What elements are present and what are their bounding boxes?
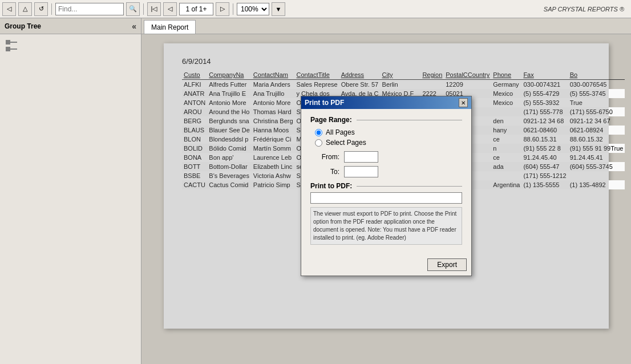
- export-button[interactable]: Export: [427, 258, 467, 271]
- sidebar-collapse-btn[interactable]: «: [132, 22, 136, 31]
- select-pages-radio[interactable]: [315, 139, 322, 147]
- to-row: To:: [319, 166, 462, 177]
- search-go-btn[interactable]: 🔍: [126, 2, 140, 16]
- nav-prev-btn[interactable]: ◁: [163, 2, 177, 16]
- toolbar-sep-1: [51, 3, 52, 15]
- content-area: Main Report 6/9/2014 Custo CompanyNa Con…: [141, 18, 631, 364]
- modal-title-bar: Print to PDF ✕: [301, 96, 471, 109]
- print-pdf-path-input[interactable]: [310, 192, 462, 204]
- tab-main-report[interactable]: Main Report: [144, 20, 196, 34]
- from-row: From:: [319, 151, 462, 163]
- modal-close-btn[interactable]: ✕: [459, 98, 468, 107]
- all-pages-label: All Pages: [326, 128, 355, 136]
- tab-bar: Main Report: [141, 18, 631, 34]
- report-page: 6/9/2014 Custo CompanyNa ContactNam Cont…: [164, 43, 609, 329]
- modal-footer: Export: [301, 256, 471, 276]
- toolbar-up-btn[interactable]: △: [18, 2, 32, 16]
- sidebar: Group Tree «: [0, 18, 141, 364]
- sidebar-title: Group Tree: [5, 22, 41, 30]
- zoom-select[interactable]: 100% 75% 50% 150%: [237, 3, 269, 15]
- toolbar: ◁ △ ↺ 🔍 |◁ ◁ 1 of 1+ ▷ 100% 75% 50% 150%…: [0, 0, 631, 18]
- report-area[interactable]: 6/9/2014 Custo CompanyNa ContactNam Cont…: [141, 34, 631, 364]
- page-range-label: Page Range:: [310, 116, 462, 124]
- print-pdf-label: Print to PDF:: [310, 182, 462, 190]
- to-label: To:: [319, 168, 339, 176]
- nav-next-btn[interactable]: ▷: [216, 2, 229, 16]
- radio-group: All Pages Select Pages: [315, 128, 462, 147]
- select-pages-row: Select Pages: [315, 139, 462, 147]
- toolbar-refresh-btn[interactable]: ↺: [34, 2, 48, 16]
- modal-title: Print to PDF: [305, 99, 344, 107]
- toolbar-back-btn[interactable]: ◁: [2, 2, 16, 16]
- modal-body: Page Range: All Pages Select Pages: [301, 109, 471, 256]
- modal-overlay: Print to PDF ✕ Page Range: All Pages: [164, 43, 609, 329]
- select-pages-label: Select Pages: [326, 139, 366, 147]
- nav-first-btn[interactable]: |◁: [147, 2, 161, 16]
- from-label: From:: [319, 153, 339, 161]
- all-pages-row: All Pages: [315, 128, 462, 136]
- page-info-input[interactable]: 1 of 1+: [179, 3, 213, 15]
- svg-rect-1: [6, 47, 10, 51]
- toolbar-sep-2: [143, 3, 144, 15]
- print-pdf-note: The viewer must export to PDF to print. …: [310, 207, 462, 245]
- search-input[interactable]: [55, 3, 124, 15]
- sidebar-header: Group Tree «: [0, 18, 141, 34]
- to-input[interactable]: [344, 166, 378, 177]
- print-pdf-section: Print to PDF:: [310, 182, 462, 207]
- all-pages-radio[interactable]: [315, 129, 322, 136]
- sidebar-icon: [2, 37, 21, 55]
- print-to-pdf-dialog: Print to PDF ✕ Page Range: All Pages: [301, 96, 472, 276]
- main-layout: Group Tree « Main Report 6/9/2014: [0, 18, 631, 364]
- svg-rect-0: [6, 40, 10, 45]
- app-title: SAP CRYSTAL REPORTS ®: [544, 6, 629, 13]
- zoom-dropdown-btn[interactable]: ▼: [272, 2, 285, 16]
- from-input[interactable]: [344, 151, 378, 163]
- toolbar-sep-3: [233, 3, 233, 15]
